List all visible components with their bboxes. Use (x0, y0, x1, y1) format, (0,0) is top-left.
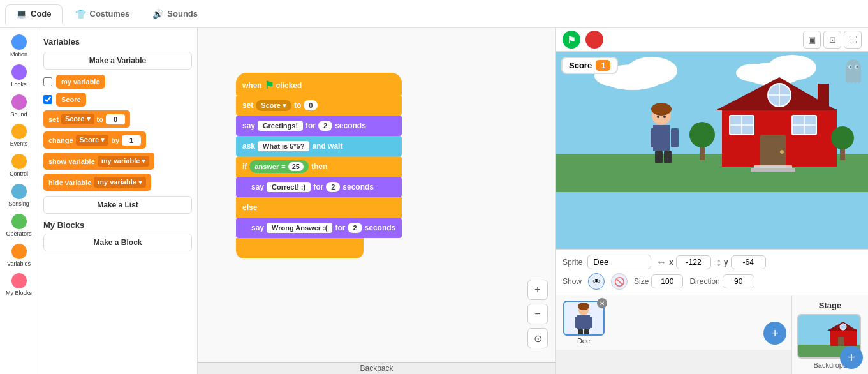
layout-btn-1[interactable]: ▣ (803, 31, 821, 49)
show-variable-block[interactable]: show variable my variable ▾ (43, 153, 154, 170)
hide-variable-block[interactable]: hide variable my variable ▾ (43, 174, 151, 191)
main-layout: Motion Looks Sound Events Control Sensin… (0, 28, 868, 374)
canvas-end-block (236, 238, 364, 258)
layout-buttons: ▣ ⊡ ⛶ (803, 31, 862, 49)
bottom-sprites-row: ✕ Dee + Stage (556, 295, 868, 374)
motion-label: Motion (10, 51, 27, 58)
svg-point-42 (857, 66, 858, 68)
show-hidden-button[interactable]: 🚫 (611, 273, 628, 290)
sprite-thumb-dee[interactable]: ✕ Dee (561, 301, 606, 345)
canvas-set-val: 0 (304, 100, 318, 110)
sidebar-item-events[interactable]: Events (1, 121, 37, 150)
zoom-out-button[interactable]: − (527, 304, 548, 324)
show-var-row: show variable my variable ▾ (43, 153, 192, 170)
myblocks-label: My Blocks (6, 290, 32, 297)
stop-button[interactable] (585, 31, 603, 49)
svg-rect-33 (664, 151, 672, 163)
canvas-else-block: else (236, 197, 402, 218)
tab-costumes[interactable]: 👕 Costumes (65, 5, 140, 23)
hide-var-dropdown[interactable]: my variable ▾ (94, 177, 146, 188)
set-score-block[interactable]: set Score ▾ to 0 (43, 110, 130, 128)
canvas-say-correct-text[interactable]: Correct! :) (267, 182, 311, 192)
layout-btn-fullscreen[interactable]: ⛶ (844, 31, 862, 49)
green-flag-button[interactable]: ⚑ (563, 31, 580, 49)
y-label: y (724, 258, 728, 267)
svg-point-35 (657, 116, 659, 118)
canvas-eq-block: answer = 25 (249, 160, 309, 173)
canvas-set-dd[interactable]: Score ▾ (256, 100, 291, 111)
canvas-say-wrong-text[interactable]: Wrong Answer :( (267, 223, 332, 233)
canvas-set-block[interactable]: set Score ▾ to 0 (236, 95, 402, 116)
y-arrows-icon: ↕ (716, 257, 721, 268)
canvas-say-wrong-block[interactable]: say Wrong Answer :( for 2 seconds (236, 218, 402, 238)
sprite-name-input[interactable] (587, 255, 651, 269)
code-icon: 💻 (16, 9, 27, 19)
x-input[interactable] (676, 255, 711, 269)
dee-thumb-name: Dee (577, 337, 590, 345)
make-list-button[interactable]: Make a List (43, 196, 192, 214)
tab-sounds-label: Sounds (167, 9, 198, 19)
direction-input[interactable] (723, 274, 754, 288)
y-input[interactable] (731, 255, 766, 269)
tab-sounds[interactable]: 🔊 Sounds (142, 5, 208, 23)
canvas-say-correct-for[interactable]: 2 (326, 182, 340, 192)
sidebar-item-control[interactable]: Control (1, 151, 37, 180)
sidebar-item-variables[interactable]: Variables (1, 241, 37, 270)
set-block-row: set Score ▾ to 0 (43, 110, 192, 128)
canvas-say-for[interactable]: 2 (318, 121, 332, 131)
make-variable-button[interactable]: Make a Variable (43, 52, 192, 70)
set-value-input[interactable]: 0 (106, 114, 125, 124)
canvas-say-wrong-for[interactable]: 2 (348, 223, 362, 233)
zoom-in-button[interactable]: + (527, 280, 548, 300)
make-block-button[interactable]: Make a Block (43, 234, 192, 251)
tab-costumes-label: Costumes (90, 9, 130, 19)
canvas-ask-text[interactable]: What is 5*5? (258, 141, 309, 151)
tab-code[interactable]: 💻 Code (5, 4, 63, 24)
set-var-dropdown[interactable]: Score ▾ (61, 114, 94, 124)
svg-point-2 (626, 57, 677, 85)
variable-row-score: Score (43, 93, 192, 107)
sidebar-item-myblocks[interactable]: My Blocks (1, 271, 37, 299)
svg-point-11 (780, 150, 784, 154)
sidebar-item-sensing[interactable]: Sensing (1, 181, 37, 210)
svg-rect-45 (575, 317, 580, 328)
svg-point-25 (831, 126, 854, 149)
center-button[interactable]: ⊙ (527, 328, 548, 348)
show-visible-button[interactable]: 👁 (588, 273, 605, 290)
canvas-eq-val[interactable]: 25 (288, 162, 304, 171)
operators-dot (11, 214, 27, 229)
change-by-input[interactable]: 1 (122, 135, 141, 146)
dee-delete-button[interactable]: ✕ (597, 298, 607, 308)
canvas-say-text[interactable]: Greetings! (258, 121, 303, 131)
score-checkbox[interactable] (43, 95, 52, 104)
sidebar-item-looks[interactable]: Looks (1, 62, 37, 91)
svg-rect-27 (751, 168, 795, 172)
add-backdrop-button[interactable]: + (840, 346, 863, 369)
canvas-say-block[interactable]: say Greetings! for 2 seconds (236, 116, 402, 136)
sprite-info: Sprite ↔ x ↕ y Show 👁 🚫 Size (556, 249, 868, 295)
svg-rect-31 (671, 128, 679, 147)
sidebar-item-operators[interactable]: Operators (1, 211, 37, 240)
sidebar-item-motion[interactable]: Motion (1, 32, 37, 61)
svg-rect-32 (655, 151, 663, 163)
sidebar-item-sound[interactable]: Sound (1, 92, 37, 121)
myvar-block[interactable]: my variable (56, 75, 105, 89)
change-score-block[interactable]: change Score ▾ by 1 (43, 131, 146, 149)
tab-code-label: Code (31, 9, 52, 19)
score-block[interactable]: Score (56, 93, 86, 107)
canvas-if-block[interactable]: if answer = 25 then (236, 156, 402, 177)
add-sprite-button[interactable]: + (763, 322, 786, 345)
canvas-say-correct-block[interactable]: say Correct! :) for 2 seconds (236, 177, 402, 197)
svg-point-49 (578, 303, 589, 310)
change-var-dropdown[interactable]: Score ▾ (76, 135, 109, 146)
dee-thumb-img: ✕ (563, 301, 605, 336)
myvar-checkbox[interactable] (43, 77, 52, 86)
backpack-label[interactable]: Backpack (198, 362, 555, 374)
canvas-ask-block[interactable]: ask What is 5*5? and wait (236, 136, 402, 156)
svg-point-36 (663, 116, 666, 118)
show-var-dropdown[interactable]: my variable ▾ (98, 156, 150, 167)
size-input[interactable] (651, 274, 683, 288)
layout-btn-2[interactable]: ⊡ (823, 31, 841, 49)
hat-block[interactable]: when ⚑ clicked (236, 73, 402, 95)
my-blocks-title: My Blocks (43, 220, 192, 230)
